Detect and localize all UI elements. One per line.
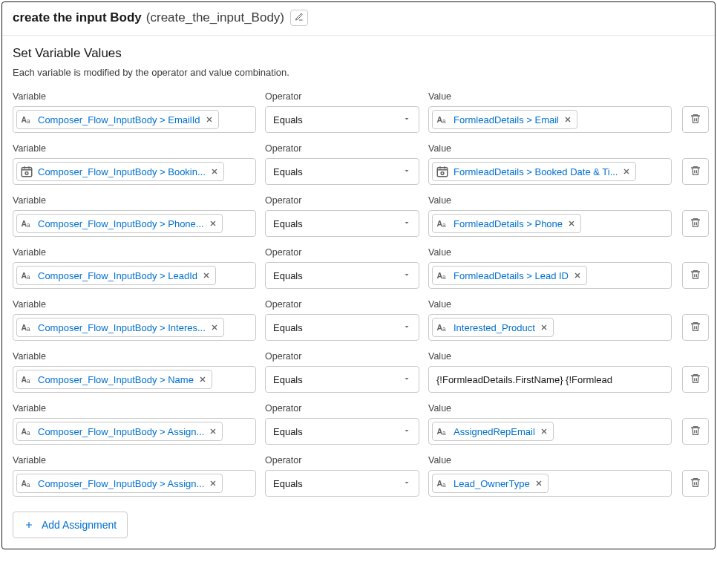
- operator-value: Equals: [273, 322, 303, 333]
- variable-label: Variable: [13, 351, 256, 362]
- delete-row-button[interactable]: [682, 158, 709, 185]
- trash-icon: [690, 165, 701, 179]
- value-token[interactable]: Aa FormleadDetails > Lead ID: [432, 266, 587, 285]
- variable-token-text: Composer_Flow_InputBody > LeadId: [38, 270, 197, 281]
- variable-input[interactable]: Aa Composer_Flow_InputBody > Phone...: [13, 210, 256, 237]
- date-icon: [20, 165, 33, 178]
- operator-select[interactable]: Equals: [265, 106, 419, 133]
- section-title: Set Variable Values: [13, 46, 704, 61]
- operator-value: Equals: [273, 374, 303, 385]
- variable-input[interactable]: Aa Composer_Flow_InputBody > EmailId: [13, 106, 256, 133]
- value-token[interactable]: FormleadDetails > Booked Date & Ti...: [432, 162, 636, 181]
- remove-token-icon[interactable]: [210, 167, 219, 176]
- delete-row-button[interactable]: [682, 106, 709, 133]
- remove-token-icon[interactable]: [540, 323, 549, 332]
- variable-input[interactable]: Aa Composer_Flow_InputBody > Assign...: [13, 470, 256, 497]
- value-input[interactable]: Aa Lead_OwnerType: [428, 470, 672, 497]
- operator-value: Equals: [273, 114, 303, 125]
- variable-token[interactable]: Aa Composer_Flow_InputBody > Assign...: [16, 474, 223, 493]
- text-icon: Aa: [436, 269, 449, 282]
- variable-token[interactable]: Aa Composer_Flow_InputBody > Interes...: [16, 318, 224, 337]
- chevron-down-icon: [402, 426, 411, 437]
- operator-select[interactable]: Equals: [265, 262, 419, 289]
- variable-input[interactable]: Composer_Flow_InputBody > Bookin...: [13, 158, 256, 185]
- svg-text:a: a: [27, 274, 30, 281]
- remove-token-icon[interactable]: [534, 479, 543, 488]
- value-input[interactable]: Aa AssignedRepEmail: [428, 418, 672, 445]
- value-token[interactable]: Aa Interested_Product: [432, 318, 554, 337]
- operator-label: Operator: [265, 195, 419, 206]
- text-icon: Aa: [20, 269, 33, 282]
- chevron-down-icon: [402, 322, 411, 333]
- assignment-panel: create the input Body (create_the_input_…: [1, 1, 716, 549]
- section-description: Each variable is modified by the operato…: [13, 67, 704, 78]
- operator-select[interactable]: Equals: [265, 418, 419, 445]
- value-token-text: FormleadDetails > Booked Date & Ti...: [454, 166, 618, 177]
- delete-row-button[interactable]: [682, 314, 709, 341]
- variable-token[interactable]: Aa Composer_Flow_InputBody > Phone...: [16, 214, 223, 233]
- variable-input[interactable]: Aa Composer_Flow_InputBody > Interes...: [13, 314, 256, 341]
- variable-token[interactable]: Composer_Flow_InputBody > Bookin...: [16, 162, 224, 181]
- add-assignment-button[interactable]: Add Assignment: [13, 512, 128, 538]
- variable-input[interactable]: Aa Composer_Flow_InputBody > Name: [13, 366, 256, 393]
- assignment-row: Variable Aa Composer_Flow_InputBody > In…: [13, 299, 704, 341]
- value-input[interactable]: {!FormleadDetails.FirstName} {!Formlead: [428, 366, 672, 393]
- remove-token-icon[interactable]: [209, 219, 217, 228]
- delete-row-button[interactable]: [682, 366, 709, 393]
- value-input[interactable]: Aa Interested_Product: [428, 314, 672, 341]
- svg-text:a: a: [27, 326, 30, 333]
- remove-token-icon[interactable]: [198, 375, 207, 384]
- text-icon: Aa: [436, 425, 449, 438]
- value-input[interactable]: Aa FormleadDetails > Email: [428, 106, 672, 133]
- variable-token[interactable]: Aa Composer_Flow_InputBody > EmailId: [16, 110, 219, 129]
- value-input[interactable]: Aa FormleadDetails > Lead ID: [428, 262, 672, 289]
- date-icon: [436, 165, 449, 178]
- variable-token[interactable]: Aa Composer_Flow_InputBody > Assign...: [16, 422, 223, 441]
- operator-select[interactable]: Equals: [265, 470, 419, 497]
- panel-body: Set Variable Values Each variable is mod…: [2, 36, 715, 549]
- variable-input[interactable]: Aa Composer_Flow_InputBody > Assign...: [13, 418, 256, 445]
- variable-label: Variable: [13, 91, 256, 102]
- variable-token-text: Composer_Flow_InputBody > Interes...: [38, 322, 206, 333]
- operator-select[interactable]: Equals: [265, 210, 419, 237]
- operator-label: Operator: [265, 91, 419, 102]
- svg-text:a: a: [442, 326, 446, 333]
- value-token[interactable]: Aa FormleadDetails > Email: [432, 110, 577, 129]
- remove-token-icon[interactable]: [540, 427, 549, 436]
- text-icon: Aa: [20, 113, 33, 126]
- assignment-row: Variable Composer_Flow_InputBody > Booki…: [13, 143, 704, 185]
- trash-icon: [690, 425, 701, 439]
- remove-token-icon[interactable]: [202, 271, 211, 280]
- panel-title: create the input Body: [13, 10, 142, 25]
- delete-row-button[interactable]: [682, 418, 709, 445]
- remove-token-icon[interactable]: [622, 167, 631, 176]
- variable-input[interactable]: Aa Composer_Flow_InputBody > LeadId: [13, 262, 256, 289]
- operator-select[interactable]: Equals: [265, 314, 419, 341]
- variable-token[interactable]: Aa Composer_Flow_InputBody > LeadId: [16, 266, 216, 285]
- remove-token-icon[interactable]: [205, 115, 214, 124]
- remove-token-icon[interactable]: [567, 219, 576, 228]
- remove-token-icon[interactable]: [563, 115, 572, 124]
- value-token[interactable]: Aa Lead_OwnerType: [432, 474, 549, 493]
- delete-row-button[interactable]: [682, 210, 709, 237]
- remove-token-icon[interactable]: [209, 479, 217, 488]
- assignment-row: Variable Aa Composer_Flow_InputBody > Le…: [13, 247, 704, 289]
- edit-label-button[interactable]: [290, 10, 308, 26]
- remove-token-icon[interactable]: [210, 323, 219, 332]
- value-token[interactable]: Aa AssignedRepEmail: [432, 422, 554, 441]
- operator-select[interactable]: Equals: [265, 158, 419, 185]
- value-input[interactable]: Aa FormleadDetails > Phone: [428, 210, 672, 237]
- remove-token-icon[interactable]: [573, 271, 582, 280]
- chevron-down-icon: [402, 478, 411, 489]
- variable-token[interactable]: Aa Composer_Flow_InputBody > Name: [16, 370, 212, 389]
- operator-value: Equals: [273, 270, 303, 281]
- assignment-row: Variable Aa Composer_Flow_InputBody > Na…: [13, 351, 704, 393]
- value-label: Value: [428, 403, 672, 414]
- operator-select[interactable]: Equals: [265, 366, 419, 393]
- value-input[interactable]: FormleadDetails > Booked Date & Ti...: [428, 158, 672, 185]
- value-token[interactable]: Aa FormleadDetails > Phone: [432, 214, 581, 233]
- delete-row-button[interactable]: [682, 262, 709, 289]
- chevron-down-icon: [402, 114, 411, 125]
- delete-row-button[interactable]: [682, 470, 709, 497]
- remove-token-icon[interactable]: [209, 427, 217, 436]
